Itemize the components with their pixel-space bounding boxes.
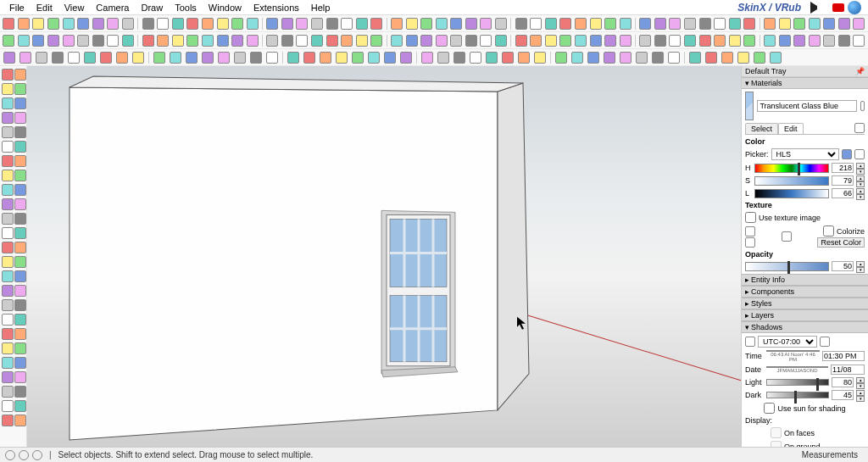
toolbar-button[interactable] [743, 16, 757, 31]
toolbar-button[interactable] [468, 50, 483, 65]
toolbar-button[interactable] [532, 50, 548, 65]
toolbar-button[interactable] [420, 50, 435, 65]
lum-spinner[interactable]: ▴▾ [856, 188, 865, 198]
toolbar-button[interactable] [479, 33, 493, 48]
toolbar-button[interactable] [325, 16, 339, 31]
toolbar-button[interactable] [728, 33, 743, 48]
left-tool-button[interactable] [2, 313, 14, 326]
toolbar-button[interactable] [638, 16, 653, 31]
hue-spinner[interactable]: ▴▾ [856, 163, 865, 173]
menu-window[interactable]: Window [203, 1, 248, 14]
toolbar-button[interactable] [743, 33, 757, 48]
toolbar-button[interactable] [47, 33, 61, 48]
left-tool-button[interactable] [14, 111, 26, 125]
create-material-icon[interactable] [860, 101, 865, 111]
dark-spinner[interactable]: ▴▾ [856, 390, 865, 400]
toolbar-button[interactable] [152, 50, 167, 65]
toolbar-button[interactable] [698, 16, 712, 31]
color-preview-icon[interactable] [842, 149, 852, 159]
toolbar-button[interactable] [404, 33, 419, 48]
lum-slider[interactable] [754, 189, 829, 198]
hue-input[interactable] [832, 163, 854, 173]
toolbar-button[interactable] [295, 33, 309, 48]
left-tool-button[interactable] [14, 270, 26, 283]
left-tool-button[interactable] [2, 97, 14, 110]
left-tool-button[interactable] [14, 327, 26, 341]
toolbar-button[interactable] [350, 50, 365, 65]
use-sun-checkbox[interactable] [764, 403, 775, 414]
toolbar-button[interactable] [638, 33, 653, 48]
toolbar-button[interactable] [588, 33, 603, 48]
left-tool-button[interactable] [2, 111, 14, 125]
toolbar-button[interactable] [668, 16, 682, 31]
edit-pencil-icon[interactable] [854, 123, 865, 133]
status-info-icon[interactable] [5, 450, 15, 460]
shadow-settings-icon[interactable] [820, 337, 830, 347]
toolbar-button[interactable] [61, 16, 75, 31]
toolbar-button[interactable] [434, 16, 448, 31]
toolbar-button[interactable] [574, 16, 588, 31]
toolbar-button[interactable] [529, 16, 543, 31]
toolbar-button[interactable] [340, 33, 354, 48]
toolbar-button[interactable] [265, 16, 280, 31]
toolbar-button[interactable] [50, 50, 65, 65]
left-tool-button[interactable] [2, 298, 14, 312]
left-tool-button[interactable] [14, 169, 26, 182]
toolbar-button[interactable] [355, 33, 370, 48]
left-tool-button[interactable] [14, 298, 26, 312]
toolbar-button[interactable] [318, 50, 333, 65]
material-swatch[interactable] [745, 92, 754, 120]
toolbar-button[interactable] [516, 50, 531, 65]
toolbar-button[interactable] [574, 33, 588, 48]
toolbar-button[interactable] [484, 50, 499, 65]
left-tool-button[interactable] [2, 284, 14, 298]
left-tool-button[interactable] [2, 125, 14, 139]
lum-input[interactable] [832, 188, 854, 198]
dark-input[interactable] [832, 390, 854, 400]
toolbar-button[interactable] [184, 50, 199, 65]
toolbar-button[interactable] [170, 33, 185, 48]
toolbar-button[interactable] [763, 33, 777, 48]
toolbar-button[interactable] [604, 16, 618, 31]
toolbar-button[interactable] [66, 50, 81, 65]
toolbar-button[interactable] [494, 16, 509, 31]
toolbar-button[interactable] [404, 16, 419, 31]
brand-play-icon[interactable] [810, 2, 829, 14]
toolbar-button[interactable] [76, 16, 91, 31]
toolbar-button[interactable] [449, 16, 464, 31]
toolbar-button[interactable] [465, 16, 479, 31]
toolbar-button[interactable] [720, 50, 735, 65]
toolbar-button[interactable] [76, 33, 91, 48]
toolbar-button[interactable] [604, 33, 618, 48]
toolbar-button[interactable] [698, 33, 712, 48]
toolbar-button[interactable] [186, 16, 200, 31]
toolbar-button[interactable] [2, 50, 17, 65]
toolbar-button[interactable] [559, 16, 573, 31]
toolbar-button[interactable] [121, 33, 136, 48]
left-tool-button[interactable] [14, 385, 26, 398]
toolbar-button[interactable] [201, 33, 215, 48]
toolbar-button[interactable] [713, 16, 727, 31]
toolbar-button[interactable] [200, 50, 215, 65]
toolbar-button[interactable] [494, 33, 509, 48]
toolbar-button[interactable] [777, 16, 792, 31]
light-slider[interactable] [766, 379, 829, 386]
left-tool-button[interactable] [14, 198, 26, 211]
toolbar-button[interactable] [248, 50, 264, 65]
toolbar-button[interactable] [231, 16, 245, 31]
menu-help[interactable]: Help [305, 1, 337, 14]
left-tool-button[interactable] [2, 270, 14, 283]
toolbar-button[interactable] [98, 50, 114, 65]
toolbar-button[interactable] [201, 16, 215, 31]
toolbar-button[interactable] [106, 33, 120, 48]
toolbar-button[interactable] [687, 50, 703, 65]
toolbar-button[interactable] [92, 16, 106, 31]
left-tool-button[interactable] [2, 183, 14, 197]
toolbar-button[interactable] [92, 33, 106, 48]
toolbar-button[interactable] [141, 33, 155, 48]
toolbar-button[interactable] [215, 16, 230, 31]
brand-record-icon[interactable] [832, 3, 844, 12]
toolbar-button[interactable] [436, 50, 451, 65]
left-tool-button[interactable] [14, 313, 26, 326]
time-input[interactable] [822, 351, 865, 361]
